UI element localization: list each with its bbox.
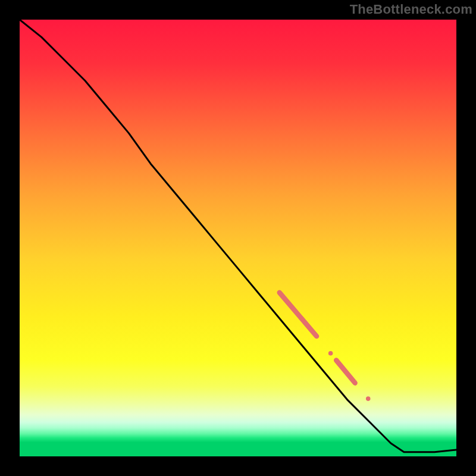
marker-dot bbox=[328, 351, 333, 356]
marker-dot bbox=[366, 396, 371, 401]
plot-area bbox=[20, 20, 456, 456]
chart-frame: TheBottleneck.com bbox=[0, 0, 476, 476]
marker-capsule bbox=[280, 293, 317, 336]
marker-layer bbox=[20, 20, 456, 456]
watermark-label: TheBottleneck.com bbox=[350, 2, 472, 17]
marker-capsule bbox=[336, 361, 355, 383]
